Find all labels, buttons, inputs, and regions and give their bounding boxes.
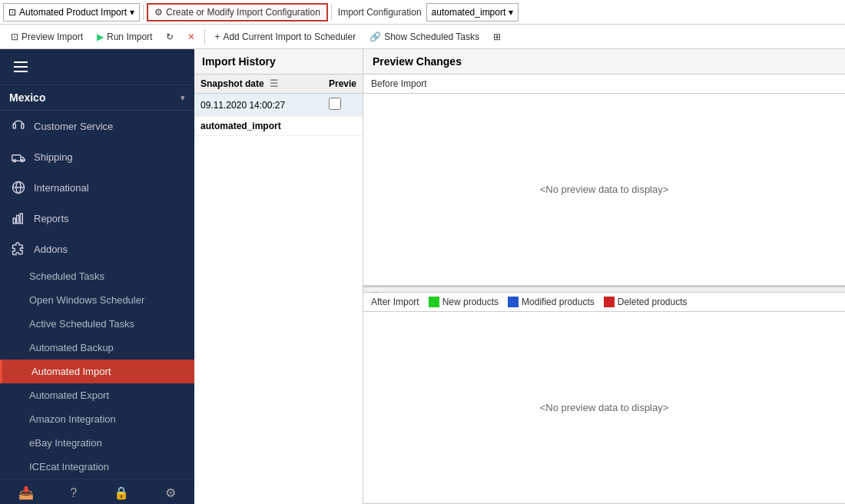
sidebar-item-reports[interactable]: Reports [0, 203, 194, 234]
svg-rect-8 [13, 218, 15, 224]
import-config-label: Import Configuration [338, 7, 422, 18]
create-modify-import-btn[interactable]: ⚙ Create or Modify Import Configuration [147, 3, 328, 22]
import-history-title: Import History [194, 49, 363, 75]
reports-label: Reports [34, 213, 69, 224]
plus-icon: + [214, 32, 220, 42]
preview-icon: ⊡ [11, 32, 18, 42]
legend-deleted: Deleted products [604, 297, 688, 307]
show-tasks-label: Show Scheduled Tasks [384, 32, 479, 42]
after-import-section: After Import New products Modified produ… [363, 293, 845, 504]
run-import-btn[interactable]: ▶ Run Import [91, 28, 158, 46]
legend-modified-label: Modified products [522, 297, 595, 307]
preview-checkbox[interactable] [329, 98, 341, 110]
table-icon: ⊞ [493, 32, 501, 42]
snapshot-date-cell: 09.11.2020 14:00:27 [194, 94, 323, 117]
legend-modified-color [508, 297, 519, 307]
legend-modified: Modified products [508, 297, 595, 307]
legend-new-label: New products [442, 297, 499, 307]
addons-label: Addons [34, 244, 68, 255]
link-icon: 🔗 [369, 32, 381, 42]
gear-icon: ⚙ [154, 7, 163, 18]
sidebar-sub-icecat-integration[interactable]: ICEcat Integration [0, 455, 194, 479]
col-snapshot-date: Snapshot date ☰ [194, 75, 323, 94]
preview-checkbox-cell[interactable] [323, 94, 363, 117]
legend-deleted-label: Deleted products [618, 297, 688, 307]
globe-icon [11, 180, 26, 195]
dropdown-arrow-icon: ▾ [130, 7, 134, 18]
sidebar: Mexico ▾ Customer Service Shipping [0, 49, 194, 504]
after-import-label: After Import [371, 297, 419, 307]
sidebar-item-addons[interactable]: Addons [0, 234, 194, 264]
filter-icon: ☰ [270, 78, 278, 89]
sidebar-sub-scheduled-tasks[interactable]: Scheduled Tasks [0, 264, 194, 288]
sidebar-sub-amazon-integration[interactable]: Amazon Integration [0, 407, 194, 431]
sidebar-sub-open-windows-scheduler[interactable]: Open Windows Scheduler [0, 288, 194, 312]
sidebar-location-label: Mexico [9, 91, 45, 104]
config-name-cell: automated_import [194, 117, 363, 136]
refresh-icon: ↻ [166, 32, 174, 42]
after-import-body: <No preview data to display> [363, 312, 845, 504]
import-history-table: Snapshot date ☰ Previe 09.11.2020 14:00:… [194, 75, 363, 136]
sidebar-location-header: Mexico ▾ [0, 85, 194, 111]
sidebar-item-international[interactable]: International [0, 172, 194, 203]
before-import-label: Before Import [371, 78, 427, 89]
chevron-down-icon[interactable]: ▾ [181, 93, 185, 103]
import-config-dropdown[interactable]: automated_import ▾ [426, 3, 519, 22]
lock-icon[interactable]: 🔒 [114, 486, 129, 500]
product-import-dropdown[interactable]: ⊡ Automated Product Import ▾ [3, 3, 140, 22]
customer-service-label: Customer Service [34, 121, 113, 132]
import-icon: ⊡ [8, 7, 16, 18]
headset-icon [11, 118, 26, 134]
inbox-icon[interactable]: 📥 [18, 486, 34, 500]
config-dropdown-arrow: ▾ [509, 7, 513, 18]
content-area: Import History Snapshot date ☰ Previe [194, 49, 845, 504]
before-import-header: Before Import [363, 75, 845, 94]
sidebar-sub-automated-backup[interactable]: Automated Backup [0, 336, 194, 360]
extra-btn[interactable]: ⊞ [487, 28, 507, 46]
international-label: International [34, 182, 89, 194]
sidebar-sub-automated-import[interactable]: Automated Import [0, 360, 194, 383]
run-btn-label: Run Import [107, 32, 152, 42]
create-btn-label: Create or Modify Import Configuration [166, 7, 320, 18]
table-row[interactable]: 09.11.2020 14:00:27 [194, 94, 363, 117]
puzzle-icon [11, 241, 26, 257]
legend-new: New products [429, 297, 499, 307]
preview-panel-title: Preview Changes [363, 49, 845, 75]
preview-import-btn[interactable]: ⊡ Preview Import [5, 28, 89, 46]
play-icon: ▶ [97, 32, 104, 42]
main-area: Mexico ▾ Customer Service Shipping [0, 49, 845, 504]
close-icon: ✕ [187, 32, 195, 42]
sidebar-sub-automated-export[interactable]: Automated Export [0, 383, 194, 407]
sidebar-item-customer-service[interactable]: Customer Service [0, 111, 194, 141]
add-to-scheduler-btn[interactable]: + Add Current Import to Scheduler [208, 28, 362, 46]
before-import-body: <No preview data to display> [363, 94, 845, 286]
import-config-value: automated_import [432, 7, 506, 18]
legend-deleted-color [604, 297, 615, 307]
preview-btn-label: Preview Import [22, 32, 83, 42]
before-import-section: Before Import <No preview data to displa… [363, 75, 845, 287]
svg-rect-10 [20, 214, 22, 224]
cancel-btn[interactable]: ✕ [181, 28, 201, 46]
separator-3 [204, 29, 205, 45]
hamburger-menu[interactable] [8, 55, 34, 78]
product-import-label: Automated Product Import [19, 7, 127, 18]
sidebar-sub-active-scheduled-tasks[interactable]: Active Scheduled Tasks [0, 312, 194, 336]
config-name-row: automated_import [194, 117, 363, 136]
help-icon[interactable]: ? [70, 486, 77, 500]
main-panels: Import History Snapshot date ☰ Previe [194, 49, 845, 504]
second-toolbar: ⊡ Preview Import ▶ Run Import ↻ ✕ + Add … [0, 25, 845, 49]
chart-icon [11, 211, 26, 226]
shipping-label: Shipping [34, 151, 73, 163]
before-import-empty-msg: <No preview data to display> [540, 184, 669, 195]
sidebar-sub-ebay-integration[interactable]: eBay Integration [0, 431, 194, 455]
refresh-btn[interactable]: ↻ [160, 28, 180, 46]
preview-panel: Preview Changes Before Import <No previe… [363, 49, 845, 504]
show-scheduled-tasks-btn[interactable]: 🔗 Show Scheduled Tasks [363, 28, 485, 46]
sidebar-item-shipping[interactable]: Shipping [0, 141, 194, 172]
after-import-empty-msg: <No preview data to display> [540, 402, 669, 413]
gear-settings-icon[interactable]: ⚙ [165, 486, 176, 500]
preview-divider: ... [363, 287, 845, 293]
add-scheduler-label: Add Current Import to Scheduler [223, 32, 356, 42]
separator-2 [331, 5, 332, 20]
truck-icon [11, 149, 26, 164]
